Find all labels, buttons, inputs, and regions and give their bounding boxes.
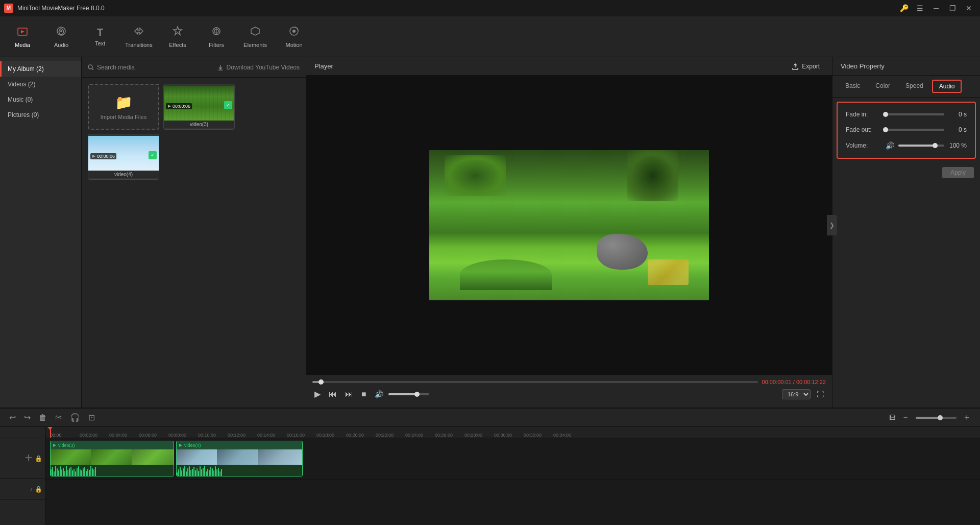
svg-line-12 — [92, 68, 93, 70]
sidebar-item-music[interactable]: Music (0) — [0, 92, 81, 107]
audio-icon — [56, 26, 67, 40]
download-link[interactable]: Download YouTube Videos — [217, 64, 300, 71]
minimize-button[interactable]: ─ — [929, 3, 943, 13]
undo-button[interactable]: ↩ — [6, 411, 19, 424]
filmstrip-icon: 🎞 — [889, 414, 895, 421]
tool-effects[interactable]: Effects — [159, 19, 196, 54]
motion-icon — [288, 26, 300, 40]
volume-label: Volume: — [846, 142, 881, 149]
apply-wrap: Apply — [832, 163, 980, 182]
clip3-header: video(3) — [51, 441, 174, 449]
fade-in-label: Fade in: — [846, 111, 881, 118]
add-audio-track-button[interactable]: ♪ — [30, 486, 33, 493]
search-label: Search media — [97, 64, 135, 71]
delete-button[interactable]: 🗑 — [36, 411, 50, 424]
tool-media[interactable]: Media — [4, 19, 41, 54]
media-item-video4[interactable]: 00:00:06 ✓ video(4) — [88, 134, 159, 180]
folder-icon: 📁 — [115, 94, 133, 111]
search-icon — [88, 64, 94, 70]
tool-audio[interactable]: Audio — [43, 19, 80, 54]
tab-basic[interactable]: Basic — [839, 80, 867, 93]
svg-marker-8 — [251, 27, 259, 35]
redo-button[interactable]: ↪ — [21, 411, 34, 424]
volume-icon[interactable]: 🔊 — [373, 389, 385, 399]
tool-text[interactable]: T Text — [82, 19, 118, 54]
tab-color[interactable]: Color — [869, 80, 897, 93]
timeline-content: 🔒 ♪ 🔒 00:00 00:02:00 00:04:00 00:06:00 0… — [0, 427, 980, 525]
lock-audio-track-button[interactable]: 🔒 — [35, 486, 42, 493]
transitions-icon — [133, 26, 144, 40]
timeline-tracks[interactable]: 00:00 00:02:00 00:04:00 00:06:00 00:08:0… — [46, 427, 980, 525]
timeline-side: 🔒 ♪ 🔒 — [0, 427, 46, 525]
fullscreen-button[interactable]: ⛶ — [815, 389, 826, 399]
play-button[interactable]: ▶ — [312, 388, 323, 400]
download-label: Download YouTube Videos — [227, 64, 300, 71]
fade-in-slider[interactable] — [886, 113, 944, 115]
video4-label: video(4) — [88, 171, 159, 178]
tab-speed[interactable]: Speed — [899, 80, 930, 93]
crop-button[interactable]: ⊡ — [85, 411, 98, 424]
zoom-in-button[interactable]: ＋ — [960, 410, 974, 425]
lock-video-track-button[interactable]: 🔒 — [35, 455, 42, 462]
zoom-group: 🎞 － ＋ — [889, 410, 974, 425]
media-toolbar: Search media Download YouTube Videos — [82, 57, 306, 78]
skip-forward-button[interactable]: ⏭ — [343, 389, 355, 400]
svg-marker-16 — [92, 155, 95, 158]
export-button[interactable]: Export — [788, 61, 824, 72]
video3-badge: 00:00:06 — [166, 103, 192, 109]
media-content: Search media Download YouTube Videos 📁 I… — [82, 57, 306, 408]
timeline-playhead[interactable] — [50, 427, 51, 438]
volume-slider[interactable] — [388, 393, 429, 395]
tool-motion[interactable]: Motion — [276, 19, 312, 54]
media-icon — [17, 26, 28, 40]
sidebar-item-my-album[interactable]: My Album (2) — [0, 61, 81, 77]
volume-prop-value: 100 % — [948, 142, 967, 149]
video3-check: ✓ — [224, 101, 232, 109]
video-container: ❯ — [306, 76, 832, 375]
timeline-toolbar: ↩ ↪ 🗑 ✂ 🎧 ⊡ 🎞 － ＋ — [0, 409, 980, 427]
volume-property-slider[interactable] — [898, 145, 944, 147]
tool-transitions[interactable]: Transitions — [120, 19, 157, 54]
svg-point-3 — [60, 30, 62, 32]
export-icon — [792, 63, 799, 70]
zoom-slider[interactable] — [916, 417, 957, 419]
collapse-panel-button[interactable]: ❯ — [827, 215, 837, 235]
clip-video4[interactable]: video(4) — [176, 441, 303, 476]
clip3-waveform — [51, 465, 174, 476]
left-sidebar: My Album (2) Videos (2) Music (0) Pictur… — [0, 57, 82, 408]
zoom-out-button[interactable]: － — [898, 410, 913, 425]
right-panel: Video Property Basic Color Speed Audio F… — [832, 57, 980, 408]
clip4-label: video(4) — [184, 443, 201, 448]
apply-button[interactable]: Apply — [942, 167, 974, 178]
tool-filters[interactable]: Filters — [198, 19, 235, 54]
skip-back-button[interactable]: ⏮ — [327, 389, 339, 400]
player-area: Player Export ❯ — [306, 57, 832, 408]
fade-in-row: Fade in: 0 s — [846, 111, 967, 118]
stop-button[interactable]: ■ — [359, 389, 369, 400]
sidebar-item-pictures[interactable]: Pictures (0) — [0, 107, 81, 123]
player-controls: 00:00:00:01 / 00:00:12:22 ▶ ⏮ ⏭ ■ 🔊 — [306, 375, 832, 408]
sidebar-item-videos[interactable]: Videos (2) — [0, 77, 81, 92]
audio-track-controls: ♪ 🔒 — [0, 479, 45, 499]
filters-icon — [211, 26, 222, 40]
clip-video3[interactable]: video(3) — [50, 441, 174, 476]
svg-marker-15 — [168, 105, 171, 108]
audio-detach-button[interactable]: 🎧 — [67, 411, 83, 424]
video4-check: ✓ — [149, 151, 157, 159]
aspect-ratio-select[interactable]: 16:94:31:19:16 — [782, 389, 811, 399]
import-media-button[interactable]: 📁 Import Media Files — [88, 84, 159, 130]
search-box[interactable]: Search media — [88, 64, 135, 71]
clip4-play-icon — [179, 443, 183, 447]
add-video-track-button[interactable] — [24, 454, 33, 463]
fade-out-slider[interactable] — [886, 129, 944, 131]
media-item-video3[interactable]: 00:00:06 ✓ video(3) — [163, 84, 235, 130]
cut-button[interactable]: ✂ — [52, 411, 65, 424]
svg-marker-19 — [53, 444, 56, 447]
progress-bar[interactable] — [312, 381, 758, 383]
menu-button[interactable]: ☰ — [913, 3, 927, 13]
time-display: 00:00:00:01 / 00:00:12:22 — [762, 379, 826, 385]
close-button[interactable]: ✕ — [962, 3, 976, 13]
tool-elements[interactable]: Elements — [237, 19, 274, 54]
restore-button[interactable]: ❐ — [945, 3, 960, 13]
tab-audio[interactable]: Audio — [932, 80, 962, 93]
